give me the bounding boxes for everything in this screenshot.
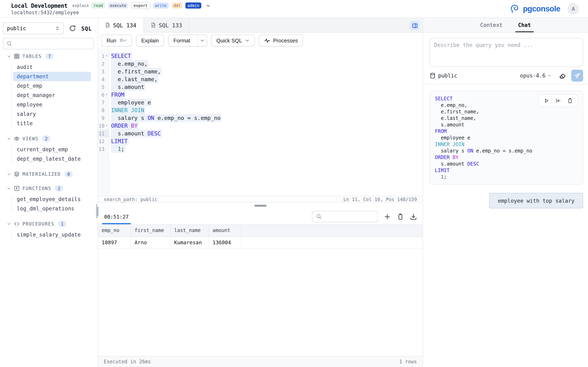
results-search-input[interactable] [324,213,374,220]
copy-snippet-icon[interactable] [567,98,573,103]
sidebar-item-audit[interactable]: audit [13,62,91,72]
select-updown-icon [55,26,60,31]
fold-marker-icon[interactable]: ▾ [104,52,109,60]
run-button[interactable]: Run ⌘↵ [101,35,132,47]
format-button[interactable]: Format [168,35,207,47]
refresh-icon[interactable] [69,25,76,32]
processes-button[interactable]: Processes [259,35,303,47]
send-plane-icon [574,72,580,79]
editor-code[interactable]: SELECT e.emp_no, e.first_name, e.last_na… [109,49,423,196]
code-line: ORDER BY [111,122,423,130]
sidebar-section-tables[interactable]: TABLES7 [0,52,98,60]
add-result-tab-icon[interactable] [384,213,391,220]
sidebar-section-functions[interactable]: FUNCTIONS2 [0,184,98,192]
send-button[interactable] [571,70,583,82]
format-dropdown[interactable] [198,35,207,46]
code-line-text: employee e [111,99,152,106]
sidebar-section-views[interactable]: VIEWS2 [0,134,98,143]
tab-context[interactable]: Context [478,18,505,32]
suggestion-chip[interactable]: employee with top salary [489,193,583,208]
sidebar-item-title[interactable]: title [13,119,91,128]
gutter-line: 8 [98,106,109,114]
results-search[interactable] [312,211,378,222]
sidebar-item-dept-emp[interactable]: dept_emp [13,81,91,91]
table-row[interactable]: 10897ArnoKumaresan136004 [98,236,423,248]
schema-select[interactable]: public [3,22,64,34]
fold-marker-icon[interactable]: ▾ [104,122,109,130]
explain-label: Explain [141,38,159,44]
model-select[interactable]: opus-4.6 [520,73,552,79]
line-number: 9 [98,115,104,121]
tab-sql-134[interactable]: SQL 134 [98,18,144,33]
gutter-line: 10▾ [98,122,109,130]
copy-results-icon[interactable] [397,213,404,220]
insert-into-editor-icon[interactable] [555,98,561,103]
sql-block-toolbar [538,94,578,107]
code-line: INNER JOIN [111,106,423,114]
code-line: e.last_name, [111,75,423,83]
sidebar-item-dept-emp-latest-date[interactable]: dept_emp_latest_date [13,154,91,164]
sidebar-item-employee[interactable]: employee [13,100,91,109]
processes-label: Processes [273,38,298,44]
fold-marker-icon[interactable]: ▾ [104,91,109,99]
sidebar-resize-handle[interactable] [97,207,98,217]
chat-input[interactable] [430,38,583,67]
section-label: FUNCTIONS [22,185,51,191]
chevron-down-icon [200,38,205,43]
quick-sql-label: Quick SQL [216,38,242,44]
chevron-down-icon[interactable] [206,3,211,8]
sidebar-item-simple-salary-update[interactable]: simple_salary_update [13,230,91,239]
toggle-right-panel-button[interactable] [410,21,419,30]
code-line: FROM [111,91,423,99]
editor-gutter: 1▾23456▾78910▾111213 [98,49,109,196]
code-line-text: 1; [111,145,125,153]
divider-drag-handle[interactable] [254,205,267,207]
run-snippet-play-icon[interactable] [544,98,549,103]
sql-editor[interactable]: 1▾23456▾78910▾111213 SELECT e.emp_no, e.… [98,49,423,196]
sql-mode-label[interactable]: SQL [81,25,92,32]
sidebar-item-get-employee-details[interactable]: get_employee_details [13,194,91,204]
line-number: 12 [98,138,104,144]
code-line-text: salary s ON e.emp_no = s.emp_no [111,114,221,122]
chevron-down-icon [7,186,11,191]
sidebar-item-log-dml-operations[interactable]: log_dml_operations [13,204,91,213]
line-number: 13 [98,146,104,152]
gutter-line: 12 [98,137,109,145]
schema-context-label: public [438,73,457,79]
row-count: 1 rows [399,359,417,365]
section-label: MATERIALIZED [22,171,61,177]
sidebar-section-materialized[interactable]: MATERIALIZED0 [0,170,98,178]
sidebar-item-salary[interactable]: salary [13,109,91,119]
column-header-last-name[interactable]: last_name [170,225,209,236]
cell: Arno [131,236,170,248]
header-right: pgconsole A [509,3,579,15]
sidebar-item-current-dept-emp[interactable]: current_dept_emp [13,145,91,154]
sidebar-item-department[interactable]: department [13,72,91,81]
section-label: PROCEDURES [22,221,54,227]
clear-chat-eraser-icon[interactable] [559,72,566,79]
results-toolbar: 00:51:27 [98,209,423,225]
tab-chat[interactable]: Chat [516,18,533,32]
avatar[interactable]: A [568,3,579,15]
line-number: 2 [98,61,104,67]
column-header-amount[interactable]: amount [209,225,241,236]
sidebar-section-procedures[interactable]: PROCEDURES1 [0,220,98,228]
chat-code-line: s.amount DESC [435,161,578,167]
sidebar-search[interactable] [3,38,94,49]
sidebar-search-input[interactable] [15,41,90,47]
download-results-icon[interactable] [410,213,417,220]
explain-button[interactable]: Explain [136,35,164,47]
sidebar-item-dept-manager[interactable]: dept_manager [13,91,91,100]
chevron-down-icon [7,54,11,58]
quick-sql-button[interactable]: Quick SQL [211,35,255,47]
schema-context-chip[interactable]: public [430,73,457,79]
line-number: 11 [98,131,104,136]
column-header-emp-no[interactable]: emp_no [98,225,131,236]
results-timer-tab[interactable]: 00:51:27 [102,209,131,224]
results-table: emp_nofirst_namelast_nameamount 10897Arn… [98,225,423,249]
column-header-first-name[interactable]: first_name [131,225,170,236]
badge-export: export [131,2,150,9]
tab-sql-133[interactable]: SQL 133 [144,18,190,32]
chat-code-line: salary s ON e.emp_no = s.emp_no [435,148,578,154]
connection-title-row[interactable]: Local Development explainreadexecuteexpo… [11,2,211,9]
